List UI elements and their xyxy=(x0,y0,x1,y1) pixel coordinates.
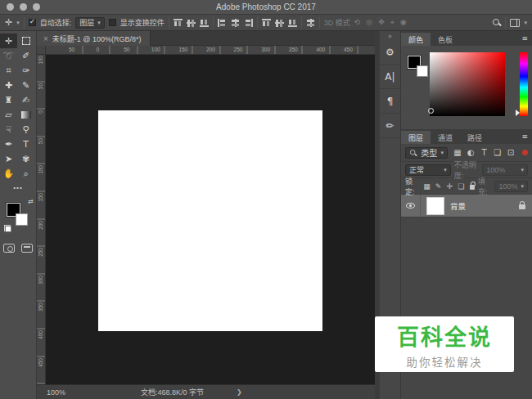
custom-shape-tool[interactable]: ✾ xyxy=(17,151,34,166)
lock-artboard-icon[interactable]: ❏ xyxy=(457,182,467,191)
lasso-tool[interactable]: ➰ xyxy=(0,48,17,63)
type-tool[interactable]: T xyxy=(17,137,34,151)
status-chevron-icon[interactable]: ❯ xyxy=(237,388,242,396)
default-colors-icon[interactable] xyxy=(4,225,11,232)
horizontal-ruler[interactable]: 50050100150200250300350400450 xyxy=(46,46,375,55)
document-tab[interactable]: × 未标题-1 @ 100%(RGB/8*) xyxy=(37,31,151,46)
layers-panel-tab[interactable]: 路径 xyxy=(460,131,489,144)
path-selection-tool[interactable]: ➤ xyxy=(0,151,17,166)
show-transform-checkbox[interactable] xyxy=(109,19,116,26)
eyedropper-tool[interactable]: ✑ xyxy=(17,63,34,78)
ruler-label: 400 xyxy=(38,330,43,339)
align-bottom-edges-icon[interactable] xyxy=(200,19,209,27)
saturation-brightness-field[interactable] xyxy=(430,52,505,116)
filter-shape-icon[interactable]: ❏ xyxy=(492,148,503,157)
edit-toolbar-button[interactable]: ••• xyxy=(0,184,36,191)
healing-brush-tool[interactable]: ✚ xyxy=(0,78,17,92)
auto-select-dropdown[interactable]: 图层 ▾ xyxy=(75,17,105,29)
collapsed-panel-icons: ⚙A|¶✏ xyxy=(380,40,400,138)
eraser-tool[interactable]: ▱ xyxy=(0,107,17,122)
lock-position-icon[interactable]: ✛ xyxy=(445,182,455,191)
close-tab-icon[interactable]: × xyxy=(43,34,48,43)
filter-smart-object-icon[interactable]: ⊡ xyxy=(505,148,516,157)
hue-slider-marker-icon[interactable] xyxy=(516,110,520,116)
opacity-dropdown[interactable]: 100% ▾ xyxy=(482,164,528,176)
brush-panel-icon[interactable]: ✏ xyxy=(380,114,401,138)
screen-mode-button[interactable] xyxy=(21,244,33,253)
distribute-vertical-centers-icon[interactable] xyxy=(275,19,284,27)
crop-tool[interactable]: ⌗ xyxy=(0,63,17,78)
chevron-down-icon[interactable]: ▾ xyxy=(524,20,527,26)
quick-selection-tool-icon: ✐ xyxy=(22,52,29,61)
workspace-switcher-icon[interactable] xyxy=(510,19,520,27)
layer-thumbnail[interactable] xyxy=(426,197,444,215)
canvas-background[interactable] xyxy=(46,55,375,384)
pen-tool[interactable]: ✒ xyxy=(0,137,17,151)
filter-adjustment-icon[interactable]: ◐ xyxy=(465,148,476,157)
layers-panel-tab[interactable]: 图层 xyxy=(401,131,431,144)
history-brush-tool[interactable]: ✍ xyxy=(17,92,34,107)
search-icon[interactable] xyxy=(493,19,501,27)
lock-pixels-icon[interactable]: ✎ xyxy=(434,182,444,191)
dodge-tool[interactable]: ⚲ xyxy=(17,122,34,137)
ruler-label: 350 xyxy=(38,303,43,312)
layer-row-background[interactable]: 背景 xyxy=(401,195,532,217)
blend-mode-dropdown[interactable]: 正常 ▾ xyxy=(405,164,451,176)
auto-select-checkbox[interactable] xyxy=(29,19,36,26)
vertical-ruler[interactable]: 10050050100150200250300350400450 xyxy=(37,55,46,384)
zoom-level-field[interactable]: 100% xyxy=(47,388,96,397)
smudge-tool[interactable]: ☟ xyxy=(0,122,17,137)
lock-all-icon[interactable] xyxy=(470,185,475,190)
layer-filter-dropdown[interactable]: 类型 ▾ xyxy=(405,147,448,159)
quick-mask-button[interactable] xyxy=(3,244,15,253)
align-right-edges-icon[interactable] xyxy=(244,19,253,27)
document-tab-title: 未标题-1 @ 100%(RGB/8*) xyxy=(52,34,142,44)
zoom-tool[interactable]: ⌕ xyxy=(17,166,34,181)
align-horizontal-centers-icon[interactable] xyxy=(231,19,240,27)
panel-menu-icon[interactable]: ≡ xyxy=(521,132,528,141)
eyedropper-tool-icon: ✑ xyxy=(22,66,29,75)
panel-menu-icon[interactable]: ≡ xyxy=(521,34,528,43)
quick-selection-tool[interactable]: ✐ xyxy=(17,48,34,63)
ruler-label: 0 xyxy=(97,47,100,52)
align-left-edges-icon[interactable] xyxy=(218,19,227,27)
brush-tool[interactable]: ✎ xyxy=(17,78,34,92)
clone-stamp-tool[interactable]: ♜ xyxy=(0,92,17,107)
character-panel-icon[interactable]: A| xyxy=(380,65,401,89)
distribute-spacing-icon[interactable] xyxy=(306,19,315,27)
distribute-bottom-edges-icon[interactable] xyxy=(288,19,297,27)
layer-visibility-cell[interactable] xyxy=(401,195,421,217)
ruler-label: 200 xyxy=(206,47,215,52)
document-canvas[interactable] xyxy=(98,110,322,331)
layers-panel-tab[interactable]: 通道 xyxy=(431,131,460,144)
background-color-swatch[interactable] xyxy=(16,213,28,226)
ruler-label: 150 xyxy=(38,193,43,202)
tool-preset-chevron-icon[interactable]: ▾ xyxy=(16,20,20,26)
fill-dropdown[interactable]: 100% ▾ xyxy=(494,181,528,192)
chevron-down-icon: ▾ xyxy=(97,20,101,26)
color-panel-tab[interactable]: 色板 xyxy=(431,33,460,46)
lock-transparency-icon[interactable]: ▦ xyxy=(422,182,432,191)
marquee-tool[interactable] xyxy=(17,34,34,48)
ruler-label: 100 xyxy=(38,56,43,65)
filter-toggle-icon[interactable] xyxy=(522,150,528,155)
move-tool[interactable]: ✛ xyxy=(0,34,17,48)
color-picker-circle-icon[interactable] xyxy=(428,108,434,114)
filter-type-icon[interactable]: T xyxy=(478,148,489,157)
paragraph-panel-icon[interactable]: ¶ xyxy=(380,89,401,114)
align-vertical-centers-icon[interactable] xyxy=(187,19,196,27)
properties-panel-icon[interactable]: ⚙ xyxy=(380,40,401,65)
swap-colors-icon[interactable]: ⇄ xyxy=(28,198,34,205)
align-top-edges-icon[interactable] xyxy=(174,19,183,27)
ruler-origin[interactable] xyxy=(37,46,46,55)
background-color-swatch[interactable] xyxy=(417,65,428,77)
hue-slider[interactable] xyxy=(520,52,528,116)
gradient-tool[interactable] xyxy=(17,107,34,122)
expand-panels-icon[interactable]: » xyxy=(380,31,400,40)
color-panel-tab[interactable]: 颜色 xyxy=(401,33,431,46)
filter-pixel-icon[interactable]: ▦ xyxy=(452,148,463,157)
hand-tool[interactable]: ✋ xyxy=(0,166,17,181)
pen-tool-icon: ✒ xyxy=(5,140,12,149)
hand-tool-icon: ✋ xyxy=(3,169,15,178)
distribute-top-edges-icon[interactable] xyxy=(262,19,271,27)
